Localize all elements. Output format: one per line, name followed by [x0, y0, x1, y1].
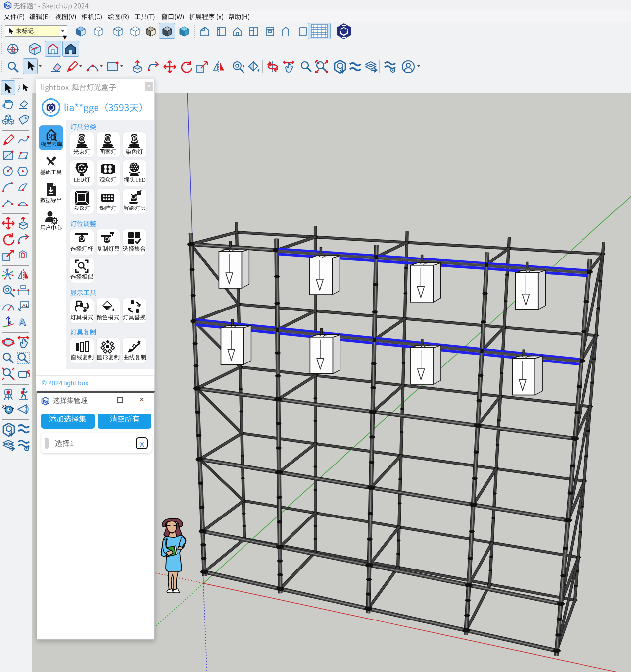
svg-text:A1: A1	[22, 303, 28, 308]
svg-text:A: A	[18, 316, 26, 328]
